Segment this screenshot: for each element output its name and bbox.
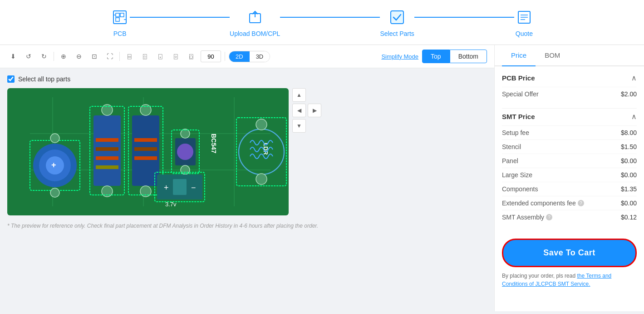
nav-connector-1 <box>130 17 230 18</box>
simplify-mode-link[interactable]: Simplify Mode <box>381 53 418 60</box>
nav-step-select-parts[interactable]: Select Parts <box>380 7 414 37</box>
tb1[interactable]: ⌸ <box>123 50 135 62</box>
nav-step-pcb[interactable]: PCB <box>110 7 130 37</box>
smt-price-toggle[interactable]: ∧ <box>631 112 637 121</box>
price-row-components: Components $1.35 <box>502 182 637 196</box>
view-2d-btn[interactable]: 2D <box>229 51 250 62</box>
price-row-smt-assembly: SMT Assembly ? $0.12 <box>502 210 637 224</box>
price-row-ext-components: Extended components fee ? $0.00 <box>502 196 637 210</box>
zoom-in-btn[interactable]: ⊕ <box>58 50 69 62</box>
undo-btn[interactable]: ↺ <box>23 50 34 62</box>
pcb-area: Select all top parts <box>0 68 494 311</box>
stencil-label: Stencil <box>502 143 521 150</box>
save-to-cart-button[interactable]: Save To Cart <box>502 239 637 267</box>
nav-up-btn[interactable]: ▲ <box>292 88 306 102</box>
tb3[interactable]: ⌺ <box>154 50 166 62</box>
bottom-view-btn[interactable]: Bottom <box>450 50 487 63</box>
section-divider <box>502 108 637 109</box>
view-3d-btn[interactable]: 3D <box>250 51 270 62</box>
top-view-btn[interactable]: Top <box>422 50 450 63</box>
smt-price-header: SMT Price ∧ <box>502 112 637 121</box>
svg-rect-8 <box>391 11 403 24</box>
select-all-row: Select all top parts <box>7 75 70 83</box>
svg-rect-30 <box>96 165 118 169</box>
nav-step-upload[interactable]: Upload BOM/CPL <box>230 7 280 37</box>
svg-rect-29 <box>96 156 118 160</box>
svg-point-24 <box>50 134 59 143</box>
top-bottom-toggle: Top Bottom <box>422 50 487 63</box>
smt-price-title: SMT Price <box>502 113 535 120</box>
components-value: $1.35 <box>621 185 637 193</box>
top-nav: PCB Upload BOM/CPL Select Parts <box>0 0 644 45</box>
nav-step-upload-label: Upload BOM/CPL <box>230 30 280 37</box>
upload-icon <box>245 7 265 27</box>
stencil-value: $1.50 <box>621 143 637 150</box>
setup-fee-value: $8.00 <box>621 129 637 136</box>
zoom-value-input[interactable]: 90 <box>201 50 221 62</box>
sep-2 <box>119 52 120 61</box>
select-all-checkbox[interactable] <box>7 75 15 83</box>
large-size-label: Large Size <box>502 171 532 179</box>
nav-step-pcb-label: PCB <box>113 30 127 37</box>
nav-right-btn[interactable]: ▶ <box>308 104 321 117</box>
redo-btn[interactable]: ↻ <box>38 50 50 62</box>
tab-bom[interactable]: BOM <box>536 45 569 66</box>
svg-point-51 <box>256 174 267 184</box>
fit-btn[interactable]: ⊡ <box>88 50 100 62</box>
pcb-board[interactable]: + <box>7 88 289 215</box>
components-label: Components <box>502 185 538 193</box>
terms-text: By placing your order, pls read the Term… <box>502 272 637 288</box>
pcb-price-section: PCB Price ∧ Special Offer $2.00 <box>502 74 637 101</box>
main-area: ⬇ ↺ ↻ ⊕ ⊖ ⊡ ⛶ ⌸ ⌹ ⌺ ⌻ ⌼ 90 2D 3D Simplif… <box>0 45 644 311</box>
nav-step-quote-label: Quote <box>516 30 533 37</box>
svg-text:−: − <box>191 183 196 192</box>
expand-btn[interactable]: ⛶ <box>104 50 116 62</box>
pcb-board-wrapper: + <box>7 88 321 215</box>
view-toggle: 2D 3D <box>229 51 270 62</box>
price-row-setup: Setup fee $8.00 <box>502 125 637 140</box>
nav-connector-3 <box>414 17 514 18</box>
svg-rect-1 <box>116 13 119 17</box>
svg-rect-3 <box>116 18 119 21</box>
ext-components-info-icon[interactable]: ? <box>578 200 584 206</box>
pcb-notice: * The preview for reference only. Check … <box>7 223 318 229</box>
tb2[interactable]: ⌹ <box>139 50 151 62</box>
nav-down-btn[interactable]: ▼ <box>292 119 306 133</box>
svg-point-50 <box>256 119 267 130</box>
svg-rect-55 <box>173 179 187 195</box>
nav-left-btn[interactable]: ◀ <box>292 104 306 117</box>
special-offer-label: Special Offer <box>502 90 539 98</box>
smt-assembly-info-icon[interactable]: ? <box>546 214 552 220</box>
right-panel: Price BOM PCB Price ∧ Special Offer $2.0… <box>494 45 644 311</box>
smt-price-section: SMT Price ∧ Setup fee $8.00 Stencil $1.5… <box>502 112 637 224</box>
pcb-price-toggle[interactable]: ∧ <box>631 74 637 82</box>
special-offer-value: $2.00 <box>621 90 637 98</box>
select-all-label: Select all top parts <box>18 75 70 83</box>
tb5[interactable]: ⌼ <box>185 50 197 62</box>
zoom-out-btn[interactable]: ⊖ <box>73 50 85 62</box>
left-panel: ⬇ ↺ ↻ ⊕ ⊖ ⊡ ⛶ ⌸ ⌹ ⌺ ⌻ ⌼ 90 2D 3D Simplif… <box>0 45 494 311</box>
svg-point-25 <box>50 188 59 197</box>
tb4[interactable]: ⌻ <box>170 50 182 62</box>
smt-assembly-label: SMT Assembly ? <box>502 214 552 221</box>
download-btn[interactable]: ⬇ <box>7 50 19 62</box>
svg-rect-35 <box>134 138 157 142</box>
ext-components-label: Extended components fee ? <box>502 199 584 207</box>
terms-prefix: By placing your order, pls read <box>502 273 577 279</box>
svg-rect-28 <box>96 147 118 151</box>
sep-1 <box>54 52 54 61</box>
nav-step-select-label: Select Parts <box>380 30 414 37</box>
price-row-stencil: Stencil $1.50 <box>502 140 637 154</box>
price-row-panel: Panel $0.00 <box>502 154 637 168</box>
setup-fee-label: Setup fee <box>502 129 529 136</box>
svg-text:+: + <box>164 183 169 192</box>
svg-text:BC547: BC547 <box>210 134 217 154</box>
tab-price[interactable]: Price <box>502 45 536 66</box>
pcb-price-header: PCB Price ∧ <box>502 74 637 82</box>
pcb-price-title: PCB Price <box>502 74 535 82</box>
svg-rect-37 <box>134 156 157 160</box>
price-content: PCB Price ∧ Special Offer $2.00 SMT Pric… <box>495 66 644 311</box>
checkbox-icon <box>387 7 407 27</box>
panel-label: Panel <box>502 157 518 164</box>
nav-step-quote[interactable]: Quote <box>514 7 534 37</box>
